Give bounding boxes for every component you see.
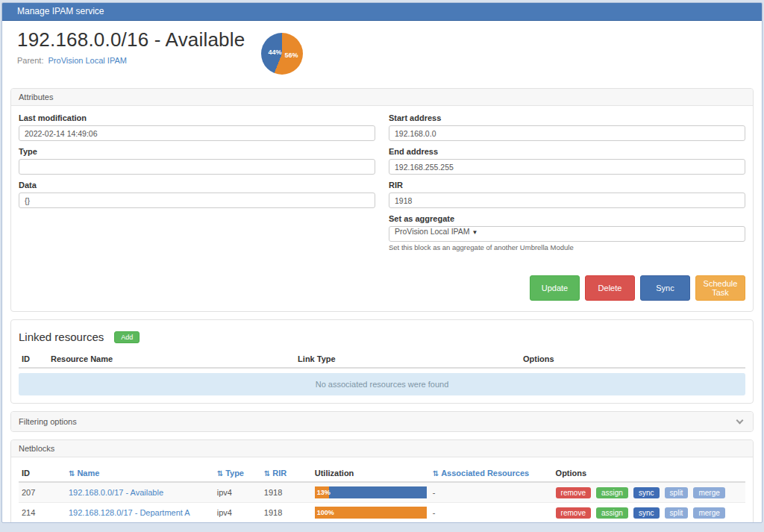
- nb-col-options: Options: [553, 465, 745, 482]
- attributes-panel: Attributes Last modification Type Data: [10, 88, 754, 312]
- lr-col-options: Options: [520, 351, 745, 368]
- aggregate-select[interactable]: ProVision Local IPAM ▼: [389, 226, 745, 242]
- merge-button[interactable]: merge: [693, 507, 724, 519]
- assign-button[interactable]: assign: [596, 507, 628, 519]
- pie-slice-label-free: 44%: [268, 48, 281, 56]
- utilization-value: 13%: [317, 486, 331, 498]
- rir-input[interactable]: [389, 193, 745, 208]
- data-input[interactable]: [19, 193, 375, 208]
- netblock-row: 214 192.168.128.0/17 - Department A ipv4…: [19, 503, 745, 523]
- remove-button[interactable]: remove: [556, 507, 591, 519]
- sort-icon: ⇅: [264, 469, 270, 478]
- netblocks-panel-title: Netblocks: [11, 440, 753, 457]
- nb-type: ipv4: [214, 482, 261, 503]
- nb-id: 207: [19, 482, 66, 503]
- nb-col-associated[interactable]: ⇅Associated Resources: [430, 465, 553, 482]
- utilization-bar: 13%: [315, 486, 427, 498]
- hero-section: 192.168.0.0/16 - Available Parent: ProVi…: [2, 21, 762, 88]
- netblocks-panel: Netblocks ID ⇅Name ⇅Type ⇅RIR Utilizatio…: [10, 439, 754, 523]
- filtering-options-title: Filtering options: [19, 417, 77, 426]
- attributes-left-column: Last modification Type Data: [19, 113, 375, 257]
- select-caret-icon: ▼: [472, 229, 478, 236]
- pie-slice-label-used: 56%: [284, 51, 298, 59]
- attributes-panel-title: Attributes: [11, 89, 753, 106]
- filtering-options-header[interactable]: Filtering options: [11, 412, 753, 431]
- no-resources-message: No associated resources were found: [19, 373, 745, 395]
- last-modification-label: Last modification: [19, 113, 375, 122]
- aggregate-label: Set as aggregate: [389, 214, 745, 223]
- nb-col-name[interactable]: ⇅Name: [66, 465, 214, 482]
- sync-row-button[interactable]: sync: [633, 487, 660, 498]
- lr-col-id: ID: [19, 351, 48, 368]
- add-resource-button[interactable]: Add: [114, 331, 140, 343]
- nb-rir: 1918: [261, 482, 312, 503]
- delete-button[interactable]: Delete: [585, 275, 635, 301]
- netblock-link[interactable]: 192.168.128.0/17 - Department A: [69, 508, 190, 517]
- remove-button[interactable]: remove: [556, 487, 591, 498]
- start-address-input[interactable]: [389, 125, 745, 141]
- start-address-label: Start address: [389, 113, 745, 122]
- data-label: Data: [19, 181, 375, 190]
- linked-resources-panel: Linked resources Add ID Resource Name Li…: [10, 319, 754, 404]
- nb-col-type[interactable]: ⇅Type: [214, 465, 261, 482]
- nb-type: ipv4: [214, 503, 261, 523]
- window-title: Manage IPAM service: [2, 3, 762, 21]
- lr-col-link-type: Link Type: [295, 351, 520, 368]
- nb-id: 214: [19, 503, 66, 523]
- schedule-task-button[interactable]: Schedule Task: [695, 275, 745, 301]
- filtering-options-panel: Filtering options: [10, 411, 754, 432]
- type-label: Type: [19, 147, 375, 156]
- sort-icon: ⇅: [433, 469, 439, 478]
- split-button[interactable]: split: [665, 487, 689, 498]
- attributes-actions: Update Delete Sync Schedule Task: [19, 275, 745, 301]
- linked-resources-table: ID Resource Name Link Type Options: [19, 351, 745, 369]
- sync-button[interactable]: Sync: [640, 275, 690, 301]
- sync-row-button[interactable]: sync: [633, 507, 660, 519]
- nb-col-utilization: Utilization: [312, 465, 430, 482]
- end-address-input[interactable]: [389, 159, 745, 175]
- parent-label: Parent:: [17, 56, 43, 65]
- utilization-pie-chart: 44% 56%: [261, 33, 303, 75]
- chevron-down-icon[interactable]: [736, 417, 744, 425]
- update-button[interactable]: Update: [530, 275, 580, 301]
- lr-col-name: Resource Name: [48, 351, 295, 368]
- last-modification-input[interactable]: [19, 125, 375, 141]
- utilization-value: 100%: [317, 507, 334, 519]
- aggregate-help-text: Set this block as an aggregate of anothe…: [389, 243, 745, 251]
- sort-icon: ⇅: [217, 469, 223, 478]
- netblock-row: 207 192.168.0.0/17 - Available ipv4 1918…: [19, 482, 745, 503]
- netblocks-table: ID ⇅Name ⇅Type ⇅RIR Utilization ⇅Associa…: [19, 465, 745, 523]
- assign-button[interactable]: assign: [596, 487, 628, 498]
- nb-associated: -: [430, 482, 553, 503]
- netblock-link[interactable]: 192.168.0.0/17 - Available: [69, 488, 163, 497]
- rir-label: RIR: [389, 181, 745, 190]
- type-input[interactable]: [19, 159, 375, 175]
- nb-col-rir[interactable]: ⇅RIR: [261, 465, 312, 482]
- merge-button[interactable]: merge: [693, 487, 724, 498]
- linked-resources-title: Linked resources: [19, 331, 104, 343]
- page-title: 192.168.0.0/16 - Available: [17, 28, 245, 51]
- parent-link[interactable]: ProVision Local IPAM: [48, 56, 127, 65]
- attributes-right-column: Start address End address RIR Set as agg…: [389, 113, 745, 257]
- nb-col-id: ID: [19, 465, 66, 482]
- end-address-label: End address: [389, 147, 745, 156]
- utilization-bar: 100%: [315, 507, 427, 519]
- split-button[interactable]: split: [665, 507, 689, 519]
- nb-rir: 1918: [261, 503, 312, 523]
- sort-icon: ⇅: [69, 469, 75, 478]
- breadcrumb: Parent: ProVision Local IPAM: [17, 56, 245, 65]
- aggregate-selected-value: ProVision Local IPAM: [395, 227, 470, 236]
- main-window: Manage IPAM service 192.168.0.0/16 - Ava…: [1, 2, 763, 523]
- nb-associated: -: [430, 503, 553, 523]
